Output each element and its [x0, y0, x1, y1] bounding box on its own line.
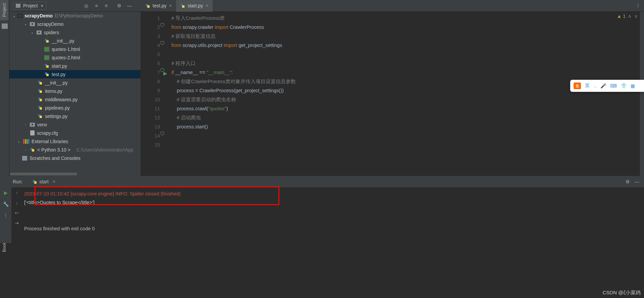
highlight-box: [35, 186, 279, 205]
chevron-down-icon[interactable]: ⌄: [13, 14, 15, 18]
keyboard-icon[interactable]: ⌨: [610, 83, 617, 88]
python-icon: [38, 97, 43, 102]
python-icon: [38, 114, 43, 119]
tab-label: test.py: [153, 3, 166, 8]
minimize-icon[interactable]: —: [126, 3, 132, 8]
item-label: test.py: [52, 72, 65, 77]
tree-item[interactable]: __init__.py: [9, 37, 141, 45]
tree-item[interactable]: pipelines.py: [9, 104, 141, 112]
folder-icon: [30, 123, 35, 127]
ime-punct-icon[interactable]: ·,: [594, 83, 596, 88]
ime-lang[interactable]: 英: [585, 83, 590, 89]
next-icon[interactable]: v: [634, 13, 639, 19]
rerun-icon[interactable]: ▶: [4, 190, 8, 195]
explorer-icon[interactable]: [2, 23, 8, 29]
fold-column: [160, 12, 165, 176]
run-toolbar: ▶ 🔧 ⋮: [0, 187, 11, 243]
up-icon[interactable]: ↑: [16, 190, 18, 195]
tree-item[interactable]: settings.py: [9, 112, 141, 120]
grid-icon[interactable]: ▦: [631, 83, 635, 88]
code-text[interactable]: # 导入CrawlerProcess类 from scrapy.crawler …: [165, 12, 296, 176]
tab-test[interactable]: test.py ✕: [141, 0, 176, 12]
tree-item[interactable]: scrapy.cfg: [9, 129, 141, 137]
tree-item[interactable]: quotes-2.html: [9, 53, 141, 62]
wrench-icon[interactable]: 🔧: [3, 201, 9, 207]
tab-label: start.py: [187, 3, 203, 8]
prev-icon[interactable]: ʌ: [627, 13, 632, 19]
item-path: C:\Users\Administrator\App: [76, 147, 133, 153]
python-icon: [44, 38, 49, 43]
tree-item[interactable]: ›< Python 3.10 > C:\Users\Administrator\…: [9, 145, 141, 154]
tree-item[interactable]: ›venv: [9, 120, 141, 129]
run-tool-window: Run: start ✕ ⚙ — ▶ 🔧 ⋮ ↑ ↓ ↩ ⇥ 2023-07-1…: [0, 176, 644, 243]
ime-toolbar[interactable]: S 英 ·, 🎤 ⌨ 👕 ▦: [570, 80, 644, 92]
soft-wrap-icon[interactable]: ↩: [15, 210, 19, 216]
item-label: venv: [37, 122, 47, 127]
item-label: quotes-1.html: [52, 47, 80, 52]
watermark: CSDN @ζ小菜鸡: [602, 290, 641, 296]
tree-root-path: D:\Python\scrapyDemo: [55, 13, 103, 18]
python-icon: [30, 147, 35, 152]
tree-item[interactable]: __init__.py: [9, 78, 141, 87]
tree-item[interactable]: quotes-1.html: [9, 45, 141, 53]
item-label: start.py: [52, 63, 67, 69]
left-tool-tabs: Project: [0, 0, 9, 176]
run-tab-label: start: [40, 179, 49, 184]
console-toolbar: ↑ ↓ ↩ ⇥: [11, 187, 22, 243]
tree-item[interactable]: ⌄External Libraries: [9, 137, 141, 145]
tree-item[interactable]: start.py: [9, 62, 141, 70]
console-exit: Process finished with exit code 0: [24, 224, 642, 233]
project-tree[interactable]: ⌄ scrapyDemo D:\Python\scrapyDemo ⌄scrap…: [9, 12, 141, 176]
project-tool-tab[interactable]: Project: [0, 0, 8, 20]
minimize-icon[interactable]: —: [635, 179, 639, 184]
tree-item-selected[interactable]: test.py: [9, 70, 141, 78]
item-label: quotes-2.html: [52, 55, 80, 60]
more-icon[interactable]: ⋮: [3, 213, 8, 218]
settings-icon[interactable]: ⚙: [626, 179, 630, 184]
python-icon: [32, 179, 37, 184]
horizontal-scrollbar[interactable]: [9, 172, 141, 176]
inspection-widget[interactable]: ▲ 1 ʌ v: [617, 13, 639, 19]
item-label: < Python 3.10 >: [37, 147, 70, 153]
project-dropdown[interactable]: Project ▼: [13, 2, 47, 10]
item-label: spiders: [44, 30, 59, 35]
tree-item[interactable]: middlewares.py: [9, 95, 141, 104]
python-icon: [180, 3, 185, 8]
target-icon[interactable]: ◎: [84, 3, 89, 8]
close-icon[interactable]: ✕: [205, 3, 209, 8]
warning-icon: ▲: [617, 13, 622, 19]
python-icon: [38, 105, 43, 110]
tree-item[interactable]: Scratches and Consoles: [9, 154, 141, 162]
project-folder-icon: [17, 14, 22, 18]
tree-item[interactable]: ⌄scrapyDemo: [9, 20, 141, 28]
settings-icon[interactable]: ⚙: [116, 3, 122, 8]
python-icon: [38, 80, 43, 85]
tree-item[interactable]: ⌄spiders: [9, 28, 141, 37]
tree-item[interactable]: items.py: [9, 87, 141, 95]
shirt-icon[interactable]: 👕: [621, 83, 627, 88]
mic-icon[interactable]: 🎤: [600, 83, 606, 88]
run-tab[interactable]: start ✕: [29, 177, 59, 187]
folder-icon: [16, 4, 20, 8]
item-label: Scratches and Consoles: [30, 156, 80, 161]
python-icon: [38, 88, 43, 94]
close-icon[interactable]: ✕: [169, 3, 172, 8]
python-icon: [44, 63, 49, 68]
item-label: items.py: [45, 88, 62, 94]
console-output[interactable]: 2023-07-10 01:10:42 [scrapy.core.engine]…: [22, 187, 644, 243]
code-editor[interactable]: 123456 7▶ 89101112131415 # 导入CrawlerProc…: [141, 12, 644, 176]
collapse-icon[interactable]: ≑: [104, 3, 109, 8]
vertical-scrollbar[interactable]: [640, 12, 644, 176]
scroll-icon[interactable]: ⇥: [15, 220, 19, 226]
editor-tabs: test.py ✕ start.py ✕ ⋮: [141, 0, 644, 12]
tabs-more-icon[interactable]: ⋮: [636, 3, 641, 8]
python-icon: [145, 3, 150, 8]
tab-start[interactable]: start.py ✕: [176, 0, 213, 12]
down-icon[interactable]: ↓: [16, 200, 18, 205]
python-icon: [44, 72, 49, 77]
close-icon[interactable]: ✕: [52, 179, 56, 184]
item-label: External Libraries: [32, 139, 68, 144]
item-label: __init__.py: [52, 38, 74, 44]
expand-icon[interactable]: ≡: [94, 3, 99, 8]
tree-root-name[interactable]: scrapyDemo: [24, 13, 53, 18]
